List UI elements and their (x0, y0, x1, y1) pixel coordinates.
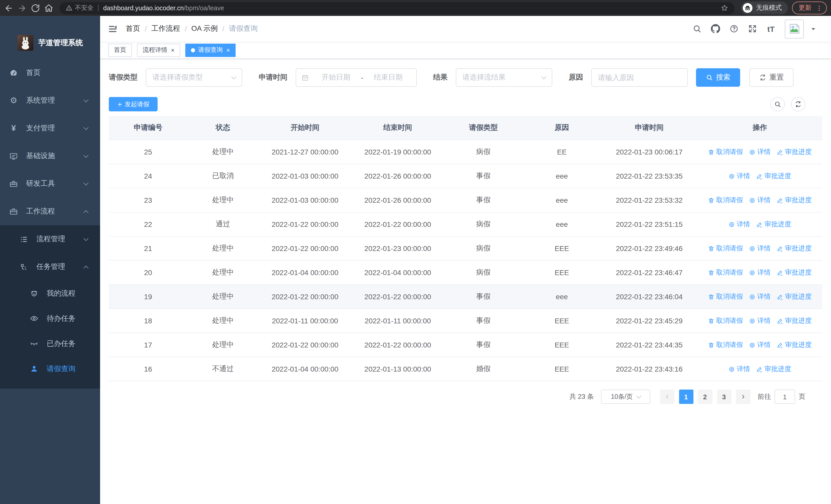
action-detail-link[interactable]: 详情 (749, 244, 771, 253)
breadcrumb-item[interactable]: 首页 (126, 24, 140, 33)
sidebar-item-infrastructure[interactable]: 基础设施 (0, 142, 100, 170)
sidebar-item-workflow[interactable]: 工作流程 (0, 198, 100, 225)
action-cancel-link[interactable]: 取消请假 (708, 244, 743, 253)
sidebar-fold-icon[interactable] (108, 24, 118, 34)
address-bar[interactable]: 不安全 dashboard.yudao.iocoder.cn/bpm/oa/le… (60, 2, 735, 14)
action-cancel-link[interactable]: 取消请假 (708, 316, 743, 325)
action-detail-link[interactable]: 详情 (749, 292, 771, 301)
breadcrumb-item[interactable]: OA 示例 (192, 24, 218, 33)
sidebar-item-home[interactable]: 首页 (0, 59, 100, 87)
action-cancel-link[interactable]: 取消请假 (708, 268, 743, 277)
end-date-input[interactable]: 结束日期 (366, 73, 411, 82)
table-row[interactable]: 25处理中2021-12-27 00:00:002022-01-19 00:00… (109, 140, 822, 164)
security-label[interactable]: 不安全 (75, 4, 93, 12)
table-row[interactable]: 19处理中2022-01-22 00:00:002022-01-22 00:00… (109, 285, 822, 309)
cell-start: 2022-01-22 00:00:00 (259, 293, 351, 301)
result-select[interactable]: 请选择流结果 (456, 68, 552, 87)
next-page-button[interactable] (736, 390, 750, 404)
table-row[interactable]: 21处理中2022-01-22 00:00:002022-01-23 00:00… (109, 237, 822, 261)
page-button-3[interactable]: 3 (717, 390, 731, 404)
action-progress-link[interactable]: 审批进度 (777, 340, 812, 350)
action-detail-link[interactable]: 详情 (749, 340, 771, 350)
github-icon[interactable] (711, 24, 720, 33)
action-progress-link[interactable]: 审批进度 (777, 292, 812, 301)
table-row[interactable]: 22通过2022-01-22 00:00:002022-01-22 00:00:… (109, 212, 822, 237)
action-progress-link[interactable]: 审批进度 (756, 171, 791, 181)
trash-icon (708, 197, 715, 204)
user-avatar[interactable] (785, 19, 804, 38)
action-detail-link[interactable]: 详情 (728, 364, 750, 374)
update-label[interactable]: 更新 (799, 4, 811, 12)
start-date-input[interactable]: 开始日期 (313, 73, 359, 82)
apply-time-range-picker[interactable]: 开始日期 - 结束日期 (296, 68, 417, 87)
browser-forward-icon[interactable] (18, 3, 27, 12)
sidebar-item-task-management[interactable]: 任务管理 (0, 253, 100, 281)
table-row[interactable]: 18处理中2022-01-11 00:00:002022-01-11 00:00… (109, 309, 822, 333)
sidebar-item-payment-management[interactable]: ¥支付管理 (0, 114, 100, 142)
search-icon[interactable] (692, 24, 701, 33)
search-button[interactable]: 搜索 (696, 68, 740, 87)
action-cancel-link[interactable]: 取消请假 (708, 147, 743, 156)
action-cancel-link[interactable]: 取消请假 (708, 196, 743, 205)
prev-page-button[interactable] (660, 390, 674, 404)
action-progress-link[interactable]: 审批进度 (777, 316, 812, 325)
reason-field[interactable] (591, 68, 688, 87)
action-detail-link[interactable]: 详情 (728, 171, 750, 181)
action-progress-link[interactable]: 审批进度 (756, 364, 791, 374)
table-row[interactable]: 24已取消2022-01-03 00:00:002022-01-26 00:00… (109, 164, 822, 188)
close-icon[interactable]: × (171, 47, 174, 53)
action-detail-link[interactable]: 详情 (749, 316, 771, 325)
sidebar-item-process-management[interactable]: 流程管理 (0, 225, 100, 253)
sidebar-item-leave-query[interactable]: 请假查询 (0, 356, 100, 381)
fullscreen-icon[interactable] (748, 24, 757, 33)
action-detail-link[interactable]: 详情 (728, 220, 750, 229)
tab-leave-query[interactable]: 请假查询× (185, 43, 236, 57)
action-cancel-link[interactable]: 取消请假 (708, 340, 743, 350)
tab-home[interactable]: 首页 (108, 43, 132, 57)
close-icon[interactable]: × (226, 47, 230, 53)
action-detail-link[interactable]: 详情 (749, 147, 771, 156)
bookmark-star-icon[interactable] (721, 4, 728, 12)
action-progress-link[interactable]: 审批进度 (777, 268, 812, 277)
sidebar-item-todo-tasks[interactable]: 待办任务 (0, 306, 100, 331)
goto-page-input[interactable] (775, 390, 795, 404)
sidebar-item-label: 系统管理 (26, 96, 55, 105)
sidebar-item-my-processes[interactable]: 我的流程 (0, 281, 100, 306)
page-button-2[interactable]: 2 (698, 390, 712, 404)
update-button[interactable]: 更新 (792, 2, 827, 14)
refresh-table-button[interactable] (791, 97, 805, 111)
font-size-icon[interactable]: tT (766, 24, 776, 33)
action-detail-link[interactable]: 详情 (749, 268, 771, 277)
tab-process-detail[interactable]: 流程详情× (137, 43, 180, 57)
action-cancel-link[interactable]: 取消请假 (708, 292, 743, 301)
create-leave-button[interactable]: 发起请假 (109, 97, 157, 111)
column-header: 请假类型 (444, 123, 523, 132)
table-row[interactable]: 16不通过2022-01-04 00:00:002022-01-13 00:00… (109, 357, 822, 381)
leave-type-select[interactable]: 请选择请假类型 (146, 68, 242, 87)
browser-menu-icon[interactable] (815, 4, 823, 11)
sidebar-item-dev-tools[interactable]: 研发工具 (0, 170, 100, 198)
browser-reload-icon[interactable] (31, 3, 40, 12)
page-button-1[interactable]: 1 (679, 390, 693, 404)
table-row[interactable]: 23处理中2022-01-03 00:00:002022-01-26 00:00… (109, 188, 822, 212)
action-progress-link[interactable]: 审批进度 (777, 244, 812, 253)
sidebar-item-done-tasks[interactable]: 已办任务 (0, 331, 100, 356)
browser-home-icon[interactable] (44, 3, 53, 12)
action-progress-link[interactable]: 审批进度 (777, 147, 812, 156)
sidebar-logo[interactable]: 芋道管理系统 (0, 26, 100, 59)
action-detail-link[interactable]: 详情 (749, 196, 771, 205)
table-row[interactable]: 17处理中2022-01-22 00:00:002022-01-22 00:00… (109, 333, 822, 357)
row-actions: 取消请假详情审批进度 (697, 196, 822, 205)
action-progress-link[interactable]: 审批进度 (756, 220, 791, 229)
help-icon[interactable] (729, 24, 739, 33)
caret-down-icon[interactable] (810, 25, 816, 32)
breadcrumb-item[interactable]: 工作流程 (151, 24, 180, 33)
browser-back-icon[interactable] (4, 3, 13, 12)
reset-button[interactable]: 重置 (749, 68, 794, 87)
page-size-select[interactable]: 10条/页 (601, 390, 650, 404)
action-progress-link[interactable]: 审批进度 (777, 196, 812, 205)
sidebar-item-system-management[interactable]: ⚙系统管理 (0, 87, 100, 114)
table-row[interactable]: 20处理中2022-01-04 00:00:002022-01-04 00:00… (109, 261, 822, 285)
show-search-button[interactable] (770, 97, 785, 111)
reason-input[interactable] (598, 73, 681, 82)
